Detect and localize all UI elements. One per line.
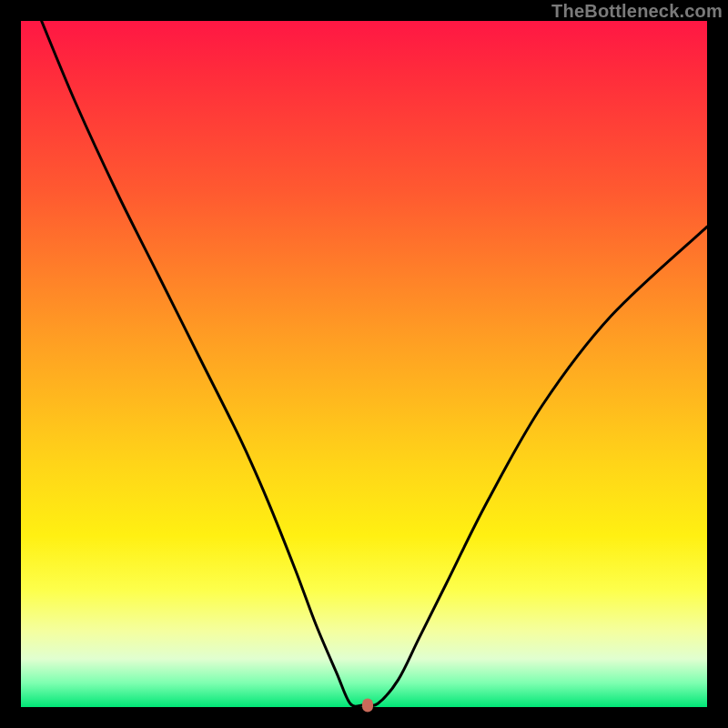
plot-area xyxy=(21,21,707,707)
optimal-point-marker xyxy=(362,698,373,712)
bottleneck-curve xyxy=(42,21,707,706)
chart-frame: TheBottleneck.com xyxy=(0,0,728,728)
curve-svg xyxy=(21,21,707,707)
watermark: TheBottleneck.com xyxy=(551,1,723,22)
